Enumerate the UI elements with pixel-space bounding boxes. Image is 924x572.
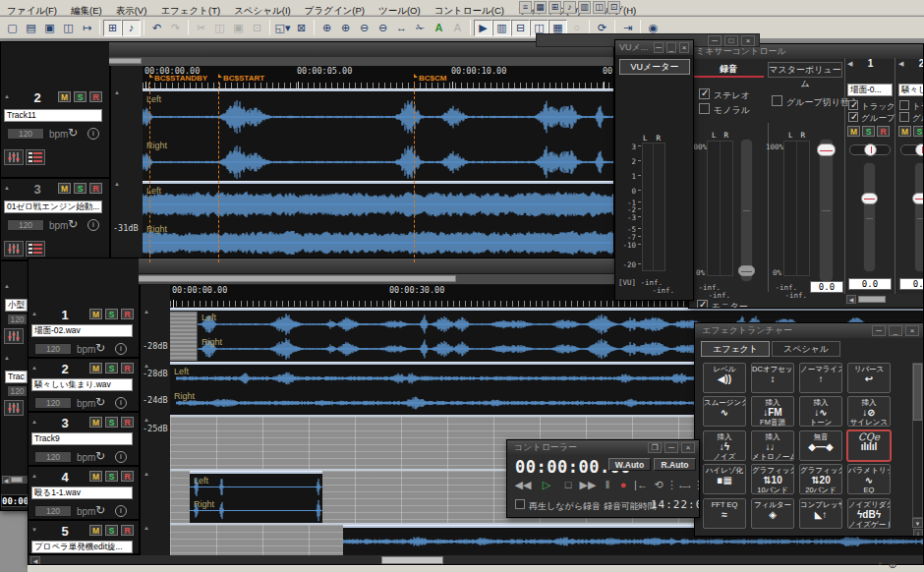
loop-icon[interactable]: ↻ [68, 217, 78, 231]
track-rec-button[interactable]: R [121, 525, 134, 536]
fx-scroll-thumb[interactable] [913, 364, 922, 421]
goto-start-button[interactable]: |← [631, 478, 651, 492]
scroll-left-icon[interactable]: ◀ [2, 476, 10, 484]
quick-list-icon[interactable]: ≡ [519, 1, 532, 14]
cut-icon[interactable]: ✂ [192, 20, 210, 36]
channel-track-checkbox[interactable] [899, 100, 909, 110]
minimize-icon[interactable]: ─ [708, 35, 722, 46]
track-solo-button[interactable]: S [74, 91, 87, 102]
collapse-arrow-icon[interactable]: ▲ [114, 89, 120, 95]
quick-mixer-icon[interactable]: ▥ [578, 1, 591, 14]
float-icon[interactable]: ❐ [648, 442, 662, 453]
track-name-field[interactable]: 01ゼロ戦エンジン始動... [4, 200, 102, 213]
mono-checkbox[interactable] [699, 103, 710, 114]
channel-group-checkbox[interactable] [899, 112, 909, 122]
track-mute-button[interactable]: M [58, 183, 71, 194]
controller-titlebar[interactable]: コントローラー ❐─× [507, 440, 699, 455]
quick-grid-icon[interactable]: ▦ [534, 1, 547, 14]
track-rec-button[interactable]: R [121, 471, 134, 482]
collapse-arrow-icon[interactable]: ▲ [31, 473, 37, 479]
track-mute-button[interactable]: M [58, 91, 71, 102]
fx-normalize-button[interactable]: ノーマライズ↑ [799, 363, 842, 393]
track2-left-waveform[interactable] [143, 96, 614, 138]
menu-item-7[interactable]: コントロール(C) [428, 3, 511, 18]
zoom-in-h-icon[interactable]: ⊕ [318, 20, 336, 36]
track-rec-button[interactable]: R [121, 363, 134, 373]
channel-fader-knob[interactable] [912, 193, 924, 204]
s001-bottom-scrollbar[interactable]: ◀ [2, 476, 28, 484]
r-auto-button[interactable]: R.Auto [654, 458, 696, 471]
s002-bottom-scroll-thumb[interactable] [381, 556, 443, 564]
fx-dc-offset-button[interactable]: DCオフセット↕ [751, 363, 794, 393]
fx-parametric-eq-button[interactable]: パラメトリック∿EQ [847, 464, 891, 494]
score-toggle-icon[interactable]: ♪ [122, 20, 141, 36]
stop-button[interactable]: □ [558, 478, 578, 492]
channel-pan-knob[interactable] [915, 143, 924, 156]
fx-hires-button[interactable]: ハイレゾ化∎▦ [703, 464, 746, 494]
zoom-select-icon[interactable]: ◱▾ [273, 20, 292, 36]
channel-fader-knob[interactable] [861, 193, 878, 204]
track-rec-button[interactable]: R [121, 309, 134, 319]
info-icon[interactable]: i [87, 128, 99, 140]
open-folder-icon[interactable]: ▤ [22, 20, 40, 36]
channel-rec-button[interactable]: R [877, 126, 890, 137]
timeline-marker[interactable]: BC$STANDBY [149, 74, 207, 83]
fx-level-button[interactable]: レベル◀)) [703, 363, 746, 393]
channel-value[interactable]: 0.0 [848, 278, 892, 290]
collapse-arrow-icon[interactable]: ▲ [4, 355, 10, 361]
info-icon[interactable]: i [115, 451, 127, 463]
save-icon[interactable]: ▣ [40, 20, 59, 36]
trim-icon[interactable]: ⊡ [248, 20, 266, 36]
tab-master-volume[interactable]: マスターボリューム [768, 62, 842, 78]
channel-value[interactable]: 0.0 [899, 278, 924, 290]
fx-reverse-button[interactable]: リバース↩ [847, 363, 891, 393]
ffwd-button[interactable]: ▶▶ [578, 478, 598, 492]
track-name-field[interactable]: Track9 [31, 432, 133, 445]
track3-left-waveform[interactable] [143, 186, 614, 223]
track-bpm-field[interactable]: 120 [34, 451, 72, 463]
record-fader-knob[interactable] [738, 265, 755, 276]
channel-name-field[interactable]: 場面-0... [847, 84, 893, 96]
track-name-field[interactable]: Track11 [4, 109, 102, 122]
collapse-arrow-icon[interactable]: ▲ [31, 365, 37, 371]
new-file-icon[interactable]: ▢ [3, 20, 22, 36]
collapse-arrow-icon[interactable]: ▼ [31, 527, 37, 533]
save-as-icon[interactable]: ◫ [59, 20, 78, 36]
fx-graphic-eq-10-button[interactable]: グラフィックEQ⇅1010バンド [751, 464, 794, 494]
track-mute-button[interactable]: M [89, 471, 102, 482]
collapse-arrow-icon[interactable]: ▲ [4, 93, 10, 99]
fader-tool-button[interactable] [4, 400, 24, 416]
minimize-icon[interactable]: ─ [654, 42, 664, 53]
fx-mute-button[interactable]: 無音◆—◆ [799, 430, 842, 461]
master-fader-knob[interactable] [817, 143, 836, 156]
play-button[interactable]: ▷ [537, 478, 556, 492]
info-icon[interactable]: i [87, 219, 99, 231]
track-bpm-field[interactable]: 120 [7, 385, 28, 397]
tab-record[interactable]: 録音 [693, 62, 764, 78]
loop-icon[interactable]: ↻ [95, 503, 105, 517]
fx-vscrollbar[interactable] [912, 363, 923, 518]
track-solo-button[interactable]: S [105, 417, 118, 428]
track-name-field[interactable]: 殴る1-1.wav [31, 486, 133, 499]
loop-button[interactable]: ⟲ [649, 478, 668, 492]
track-solo-button[interactable]: S [105, 525, 118, 536]
channel-mute-button[interactable]: M [847, 126, 860, 137]
master-value[interactable]: 0.0 [810, 281, 843, 293]
collapse-arrow-icon[interactable]: ▲ [31, 311, 37, 316]
quick-eq-icon[interactable]: ⊡ [607, 1, 620, 14]
menu-item-6[interactable]: ツール(O) [372, 3, 428, 18]
fx-cqe-button[interactable]: CQeılılıl [847, 430, 891, 461]
track-rec-button[interactable]: R [89, 183, 102, 194]
track-bpm-field[interactable]: 120 [7, 219, 44, 231]
quick-clip-icon[interactable]: ◫ [593, 1, 606, 14]
collapse-arrow-icon[interactable]: ▲ [31, 419, 37, 425]
menu-item-0[interactable]: ファイル(F) [0, 3, 64, 18]
track-solo-button[interactable]: S [74, 183, 87, 194]
mixer-view-icon[interactable]: ▥ [492, 20, 511, 36]
info-icon[interactable]: i [115, 397, 127, 409]
fx-noise-reduction-button[interactable]: ノイズリダクションϟdBϟノイズゲート [847, 498, 891, 529]
info-icon[interactable]: i [115, 505, 127, 517]
channel-fader[interactable] [863, 162, 876, 272]
track-mute-button[interactable]: M [89, 363, 102, 373]
menu-item-1[interactable]: 編集(E) [64, 3, 109, 18]
